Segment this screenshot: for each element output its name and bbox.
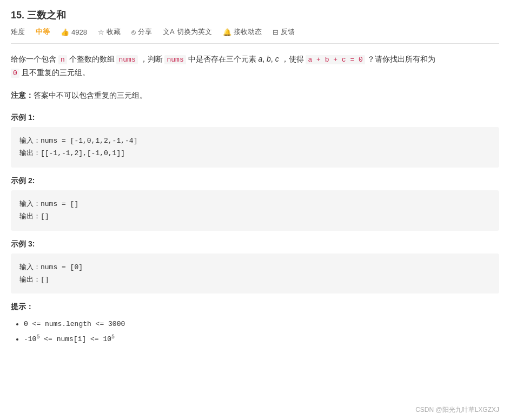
output-value-1: [[-1,-1,2],[-1,0,1]] — [41, 149, 125, 157]
footer-brand: CSDN @阳光九叶草LXGZXJ — [415, 405, 499, 415]
collect-button[interactable]: ☆ 收藏 — [98, 27, 121, 37]
like-button[interactable]: 👍 4928 — [61, 28, 87, 36]
difficulty-value: 中等 — [36, 27, 50, 37]
main-container: 15. 三数之和 难度 中等 👍 4928 ☆ 收藏 ⎋ 分享 文A 切换为英文… — [0, 0, 510, 368]
problem-number: 15. — [11, 10, 24, 21]
input-value-1: nums = [-1,0,1,2,-1,-4] — [41, 137, 137, 145]
share-label: 分享 — [138, 27, 152, 37]
c-var: c — [275, 55, 279, 63]
example-3-output: 输出：[] — [19, 274, 491, 286]
desc-line2: 且不重复的三元组。 — [19, 68, 90, 77]
nums-var2: nums — [164, 55, 186, 64]
nums-var: nums — [116, 55, 137, 64]
problem-description: 给你一个包含 n 个整数的数组 nums ，判断 nums 中是否存在三个元素 … — [11, 52, 499, 80]
n-var: n — [58, 55, 67, 64]
collect-label: 收藏 — [107, 27, 121, 37]
hint-1-text: 0 <= nums.length <= 3000 — [24, 320, 125, 328]
example-2-title: 示例 2: — [11, 176, 499, 186]
example-2: 示例 2: 输入：nums = [] 输出：[] — [11, 176, 499, 231]
feedback-label: 反馈 — [281, 27, 295, 37]
desc-comma2: , — [271, 55, 275, 63]
desc-end: ？请你找出所有和为 — [365, 55, 435, 63]
b-var: b — [267, 55, 271, 63]
problem-name: 三数之和 — [27, 10, 66, 21]
output-value-3: [] — [41, 276, 49, 284]
problem-title: 15. 三数之和 — [11, 9, 499, 22]
example-2-block: 输入：nums = [] 输出：[] — [11, 190, 499, 231]
feedback-button[interactable]: ⊟ 反馈 — [273, 27, 295, 37]
input-value-3: nums = [0] — [41, 263, 83, 271]
output-label-1: 输出： — [19, 149, 41, 157]
bell-icon: 🔔 — [223, 28, 231, 36]
desc-comma1: , — [262, 55, 267, 63]
difficulty-label: 难度 — [11, 27, 25, 37]
like-count: 4928 — [71, 28, 87, 36]
example-1-block: 输入：nums = [-1,0,1,2,-1,-4] 输出：[[-1,-1,2]… — [11, 127, 499, 168]
example-3: 示例 3: 输入：nums = [0] 输出：[] — [11, 239, 499, 294]
output-value-2: [] — [41, 212, 49, 221]
input-value-2: nums = [] — [41, 200, 78, 208]
example-1-input: 输入：nums = [-1,0,1,2,-1,-4] — [19, 135, 491, 147]
hints-title: 提示： — [11, 302, 499, 312]
zero-val: 0 — [11, 69, 19, 78]
hint-item-1: 0 <= nums.length <= 3000 — [24, 317, 499, 331]
example-3-block: 输入：nums = [0] 输出：[] — [11, 254, 499, 294]
desc-mid1: 个整数的数组 — [67, 55, 117, 63]
switch-language-button[interactable]: 文A 切换为英文 — [163, 27, 212, 37]
example-3-input: 输入：nums = [0] — [19, 261, 491, 274]
example-2-output: 输出：[] — [19, 210, 491, 223]
feedback-icon: ⊟ — [273, 28, 279, 36]
switch-label: 切换为英文 — [177, 27, 212, 37]
toolbar: 难度 中等 👍 4928 ☆ 收藏 ⎋ 分享 文A 切换为英文 🔔 接收动态 ⊟… — [11, 27, 499, 44]
input-label-2: 输入： — [19, 200, 41, 208]
output-label-3: 输出： — [19, 276, 41, 284]
input-label-1: 输入： — [19, 137, 41, 145]
desc-mid4: ，使得 — [279, 55, 306, 63]
example-1-title: 示例 1: — [11, 113, 499, 123]
output-label-2: 输出： — [19, 212, 41, 221]
desc-mid2: ，判断 — [138, 55, 165, 63]
problem-note: 注意：答案中不可以包含重复的三元组。 — [11, 89, 499, 102]
hint-2-text: -105 <= nums[i] <= 105 — [24, 335, 115, 343]
subscribe-button[interactable]: 🔔 接收动态 — [223, 27, 262, 37]
subscribe-label: 接收动态 — [234, 27, 262, 37]
input-label-3: 输入： — [19, 263, 41, 271]
hints-list: 0 <= nums.length <= 3000 -105 <= nums[i]… — [11, 317, 499, 346]
translate-icon: 文A — [163, 27, 175, 37]
hints-section: 提示： 0 <= nums.length <= 3000 -105 <= num… — [11, 302, 499, 346]
example-3-title: 示例 3: — [11, 239, 499, 249]
example-1: 示例 1: 输入：nums = [-1,0,1,2,-1,-4] 输出：[[-1… — [11, 113, 499, 168]
example-2-input: 输入：nums = [] — [19, 198, 491, 210]
note-text: 答案中不可以包含重复的三元组。 — [34, 91, 147, 99]
share-button[interactable]: ⎋ 分享 — [131, 27, 152, 37]
hint-item-2: -105 <= nums[i] <= 105 — [24, 331, 499, 346]
star-icon: ☆ — [98, 28, 104, 36]
example-1-output: 输出：[[-1,-1,2],[-1,0,1]] — [19, 147, 491, 159]
like-icon: 👍 — [61, 28, 69, 36]
share-icon: ⎋ — [131, 28, 136, 36]
equation: a + b + c = 0 — [306, 55, 365, 64]
desc-prefix: 给你一个包含 — [11, 55, 58, 63]
note-prefix: 注意： — [11, 91, 34, 99]
desc-mid3: 中是否存在三个元素 — [186, 55, 259, 63]
